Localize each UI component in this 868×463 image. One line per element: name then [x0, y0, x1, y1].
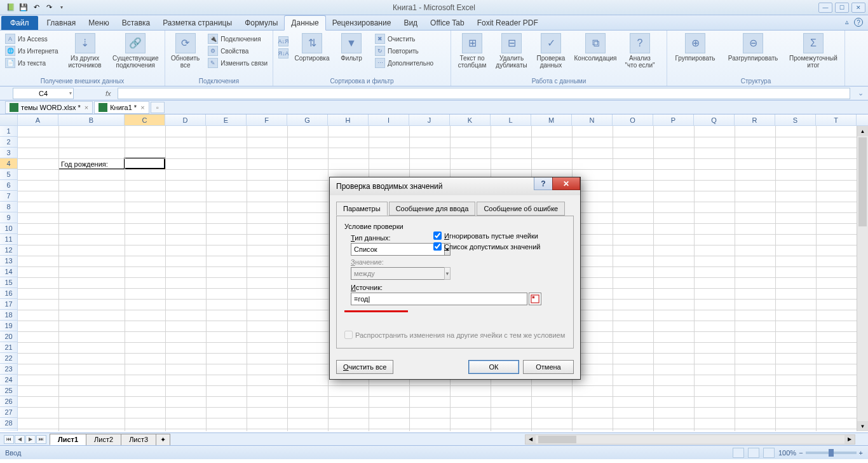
clear-all-button[interactable]: Очистить все [336, 360, 393, 374]
normal-view-button[interactable] [733, 448, 744, 458]
zoom-in-button[interactable]: + [859, 449, 863, 457]
ribbon-tab[interactable]: Вид [397, 16, 424, 30]
ribbon-minimize-icon[interactable]: ▵ [845, 18, 849, 27]
dialog-close-button[interactable]: ✕ [552, 177, 580, 190]
row-header[interactable]: 23 [0, 364, 17, 375]
row-header[interactable]: 22 [0, 353, 17, 364]
sort-az-button[interactable]: А↓Я [276, 36, 291, 47]
row-header[interactable]: 21 [0, 342, 17, 353]
row-header[interactable]: 12 [0, 245, 17, 256]
close-icon[interactable]: × [83, 104, 88, 111]
source-input[interactable] [351, 293, 527, 305]
row-header[interactable]: 16 [0, 288, 17, 299]
filter-button[interactable]: ▼Фильтр [333, 32, 370, 63]
row-header[interactable]: 17 [0, 299, 17, 310]
ignore-blank-checkbox[interactable]: Игнорировать пустые ячейки [433, 232, 540, 240]
sheet-tab[interactable]: Лист2 [86, 434, 121, 445]
row-header[interactable]: 7 [0, 191, 17, 202]
row-header[interactable]: 26 [0, 396, 17, 407]
new-document-tab[interactable]: ▫ [151, 102, 165, 113]
column-header[interactable]: T [816, 114, 857, 125]
column-header[interactable]: B [58, 114, 125, 125]
column-header[interactable]: G [287, 114, 328, 125]
row-header[interactable]: 19 [0, 321, 17, 331]
ribbon-tab[interactable]: Меню [82, 16, 115, 30]
row-header[interactable]: 8 [0, 202, 17, 212]
row-header[interactable]: 15 [0, 277, 17, 288]
row-header[interactable]: 6 [0, 180, 17, 191]
ribbon-tab[interactable]: Вставка [116, 16, 157, 30]
in-cell-dropdown-checkbox[interactable]: Список допустимых значений [433, 242, 540, 251]
selected-cell-c4[interactable] [124, 158, 165, 169]
zoom-level[interactable]: 100% [778, 449, 796, 457]
sheet-first-icon[interactable]: ⏮ [4, 435, 14, 444]
row-header[interactable]: 9 [0, 212, 17, 223]
column-header[interactable]: P [653, 114, 694, 125]
column-header[interactable]: Q [694, 114, 735, 125]
sort-button[interactable]: ⇅Сортировка [294, 32, 330, 63]
tab-error-alert[interactable]: Сообщение об ошибке [477, 202, 565, 216]
dialog-title-bar[interactable]: Проверка вводимых значений ? ✕ [330, 177, 580, 195]
from-other-sources-button[interactable]: ⇣Из других источников [64, 32, 107, 70]
subtotal-button[interactable]: ΣПромежуточный итог [785, 32, 841, 70]
hscroll-thumb[interactable] [538, 436, 576, 443]
row-header[interactable]: 25 [0, 385, 17, 396]
column-header[interactable]: A [18, 114, 58, 125]
file-tab[interactable]: Файл [1, 16, 38, 30]
clear-filter-button[interactable]: ✖Очистить [372, 33, 436, 45]
from-text-button[interactable]: 📄Из текста [3, 57, 61, 69]
existing-connections-button[interactable]: 🔗Существующие подключения [109, 32, 162, 70]
zoom-slider[interactable] [806, 452, 857, 454]
document-tab[interactable]: Книга1 *× [94, 101, 149, 114]
row-header[interactable]: 18 [0, 310, 17, 321]
sheet-last-icon[interactable]: ⏭ [36, 435, 46, 444]
scroll-right-icon[interactable]: ▶ [844, 435, 855, 444]
column-header[interactable]: D [165, 114, 206, 125]
undo-icon[interactable]: ↶ [31, 2, 42, 13]
column-header[interactable]: O [613, 114, 653, 125]
sheet-tab[interactable]: Лист1 [50, 434, 86, 445]
edit-links-button[interactable]: ✎Изменить связи [205, 57, 270, 69]
horizontal-scrollbar[interactable]: ◀ ▶ [525, 434, 855, 445]
excel-icon[interactable]: 📗 [5, 2, 17, 13]
row-header[interactable]: 4 [0, 158, 17, 169]
connections-button[interactable]: 🔌Подключения [205, 33, 270, 45]
ribbon-tab[interactable]: Foxit Reader PDF [471, 16, 545, 30]
row-header[interactable]: 3 [0, 148, 17, 158]
minimize-button[interactable]: — [818, 3, 832, 13]
from-web-button[interactable]: 🌐Из Интернета [3, 45, 61, 57]
column-header[interactable]: E [206, 114, 247, 125]
ribbon-tab[interactable]: Разметка страницы [156, 16, 238, 30]
sort-za-button[interactable]: Я↓А [276, 48, 291, 59]
ribbon-tab[interactable]: Главная [41, 16, 83, 30]
column-header[interactable]: C [125, 114, 165, 125]
remove-duplicates-button[interactable]: ⊟Удалить дубликаты [493, 32, 530, 70]
scroll-down-icon[interactable]: ▼ [857, 421, 868, 431]
data-validation-button[interactable]: ✓Проверка данных [532, 32, 569, 70]
group-button[interactable]: ⊕Группировать [670, 32, 721, 63]
ribbon-tab[interactable]: Формулы [238, 16, 284, 30]
page-layout-view-button[interactable] [748, 448, 759, 458]
close-button[interactable]: ✕ [851, 3, 865, 13]
tab-parameters[interactable]: Параметры [336, 202, 388, 216]
refresh-all-button[interactable]: ⟳Обновить все [168, 32, 203, 70]
consolidate-button[interactable]: ⧉Консолидация [572, 32, 619, 63]
new-sheet-tab[interactable]: ✦ [156, 434, 170, 445]
zoom-out-button[interactable]: − [799, 449, 803, 457]
row-header[interactable]: 13 [0, 256, 17, 266]
dialog-help-button[interactable]: ? [534, 177, 553, 190]
row-header[interactable]: 11 [0, 234, 17, 245]
redo-icon[interactable]: ↷ [43, 2, 55, 13]
ok-button[interactable]: ОК [468, 360, 519, 374]
page-break-view-button[interactable] [763, 448, 775, 458]
sheet-prev-icon[interactable]: ◀ [15, 435, 25, 444]
what-if-button[interactable]: ?Анализ "что если" [621, 32, 658, 70]
formula-input[interactable] [118, 88, 850, 99]
row-header[interactable]: 14 [0, 266, 17, 277]
sheet-tab[interactable]: Лист3 [121, 434, 156, 445]
help-icon[interactable]: ? [854, 18, 863, 27]
cell-b4[interactable]: Год рождения: [58, 158, 125, 169]
text-to-columns-button[interactable]: ⊞Текст по столбцам [454, 32, 491, 70]
sheet-next-icon[interactable]: ▶ [25, 435, 36, 444]
type-combo[interactable]: ▼ [351, 243, 427, 256]
